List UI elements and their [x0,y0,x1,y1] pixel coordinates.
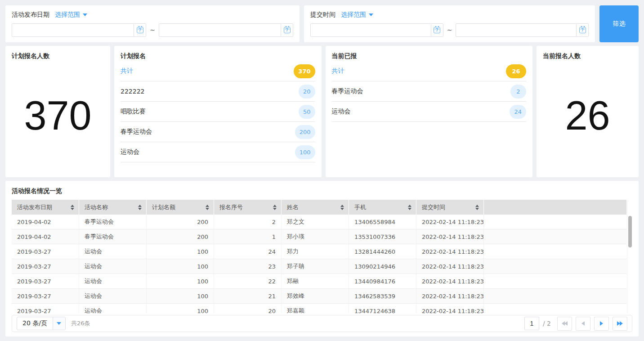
table-cell: 运动会 [79,289,147,303]
stat-item-badge: 20 [299,85,315,99]
publish-date-start-group: 7 [12,23,146,37]
calendar-icon: 7 [137,27,143,33]
current-page-input[interactable] [524,317,539,330]
sort-asc-icon [138,205,142,207]
submit-time-filter: 提交时间 选择范围 7 ~ 7 [304,5,595,42]
stat-list-item: 22222220 [121,81,315,102]
table-cell: 2019-03-27 [12,274,79,288]
table-cell: 2022-02-14 11:18:23 [416,304,484,313]
submit-time-end-input[interactable] [456,23,577,37]
publish-date-label: 活动发布日期 [12,11,49,19]
column-header-5[interactable]: 手机 [349,200,416,215]
submit-time-inputs: 7 ~ 7 [310,23,589,37]
range-label: 选择范围 [341,11,366,19]
submit-time-end-calendar-button[interactable]: 7 [577,23,589,37]
calendar-icon: 7 [284,27,291,33]
column-header-filler [484,200,626,215]
table-row: 2019-04-02春季运动会2002郑之文134065589842022-02… [12,215,626,229]
column-header-3[interactable]: 报名序号 [214,200,282,215]
submit-time-range-dropdown[interactable]: 选择范围 [341,11,373,19]
sort-icon[interactable] [475,205,479,210]
sort-icon[interactable] [340,205,344,210]
table-cell: 运动会 [79,304,147,313]
range-separator: ~ [447,27,452,34]
publish-date-start-input[interactable] [12,23,134,37]
table-cell-filler [484,259,626,274]
last-page-button[interactable] [613,317,627,331]
page-size-select[interactable]: 20 条/页 [17,317,66,330]
previous-page-button[interactable] [576,317,590,331]
stat-list-item: 唱歌比赛50 [121,102,315,122]
sort-icon[interactable] [138,205,142,210]
filter-button[interactable]: 筛选 [599,5,639,42]
publish-date-end-group: 7 [159,23,293,37]
stat-item-label: 春季运动会 [121,128,152,136]
sort-icon[interactable] [206,205,209,210]
range-label: 选择范围 [55,11,80,19]
sort-desc-icon [408,208,411,210]
filter-row: 活动发布日期 选择范围 7 ~ 7 [5,5,639,42]
table-row: 2019-03-27运动会10020郑嘉颖134471246382022-02-… [12,304,626,313]
current-count-value: 26 [565,95,610,136]
table-cell: 2019-03-27 [12,289,79,303]
table-cell: 13440984176 [349,274,416,288]
current-count-title: 当前报名人数 [543,52,632,60]
table-row: 2019-03-27运动会10024郑力132814442602022-02-1… [12,244,626,259]
column-header-0[interactable]: 活动发布日期 [12,200,79,215]
table-cell: 2022-02-14 11:18:23 [416,274,484,288]
publish-date-end-input[interactable] [159,23,281,37]
stat-total-badge: 370 [294,64,315,78]
table-cell: 郑效峰 [282,289,349,303]
submit-time-start-input[interactable] [310,23,431,37]
table-cell-filler [484,244,626,259]
sort-asc-icon [273,205,277,207]
table-cell: 1 [214,229,282,244]
submit-time-start-calendar-button[interactable]: 7 [431,23,443,37]
table-cell: 13447124638 [349,304,416,313]
submit-time-end-group: 7 [456,23,589,37]
table-cell: 郑融 [282,274,349,288]
table-cell: 100 [147,304,214,313]
sort-icon[interactable] [408,205,411,210]
stat-list-item: 运动会24 [332,102,527,122]
table-cell: 200 [147,229,214,244]
sort-icon[interactable] [71,205,74,210]
publish-date-range-dropdown[interactable]: 选择范围 [55,11,87,19]
table-cell: 春季运动会 [79,229,147,244]
stat-total-label: 共计 [121,67,133,75]
stat-total-row: 共计370 [121,61,315,81]
chevron-down-icon [369,13,373,16]
sort-desc-icon [475,208,479,210]
table-cell: 100 [147,274,214,288]
column-header-1[interactable]: 活动名称 [79,200,147,215]
dashboard-page: 活动发布日期 选择范围 7 ~ 7 [0,0,644,341]
column-header-6[interactable]: 提交时间 [416,200,484,215]
stat-item-label: 运动会 [121,148,139,156]
right-arrow-icon [600,321,603,326]
publish-date-end-calendar-button[interactable]: 7 [281,23,293,37]
table-cell: 运动会 [79,259,147,274]
next-page-button[interactable] [594,317,609,331]
table-cell: 运动会 [79,274,147,288]
publish-date-start-calendar-button[interactable]: 7 [134,23,146,37]
column-header-2[interactable]: 计划名额 [147,200,214,215]
sort-icon[interactable] [273,205,277,210]
planned-count-card: 计划报名人数 370 [5,46,110,177]
stat-total-badge: 26 [506,64,526,78]
first-page-button[interactable] [557,317,572,331]
column-header-label: 活动名称 [85,203,108,211]
column-header-4[interactable]: 姓名 [282,200,349,215]
chevron-down-icon [83,13,87,16]
table-scrollbar-thumb[interactable] [628,216,632,247]
column-header-label: 活动发布日期 [17,203,52,211]
table-cell-filler [484,215,626,229]
table-cell: 23 [214,259,282,274]
range-separator: ~ [150,27,155,34]
planned-list: 共计37022222220唱歌比赛50春季运动会200运动会100 [121,61,315,162]
table-cell: 22 [214,274,282,288]
table-row: 2019-04-02春季运动会2001郑小瑛135310073362022-02… [12,229,626,244]
table-cell: 2019-03-27 [12,259,79,274]
planned-count-title: 计划报名人数 [12,52,104,60]
total-count-label: 共26条 [71,319,90,328]
table-cell: 100 [147,244,214,259]
